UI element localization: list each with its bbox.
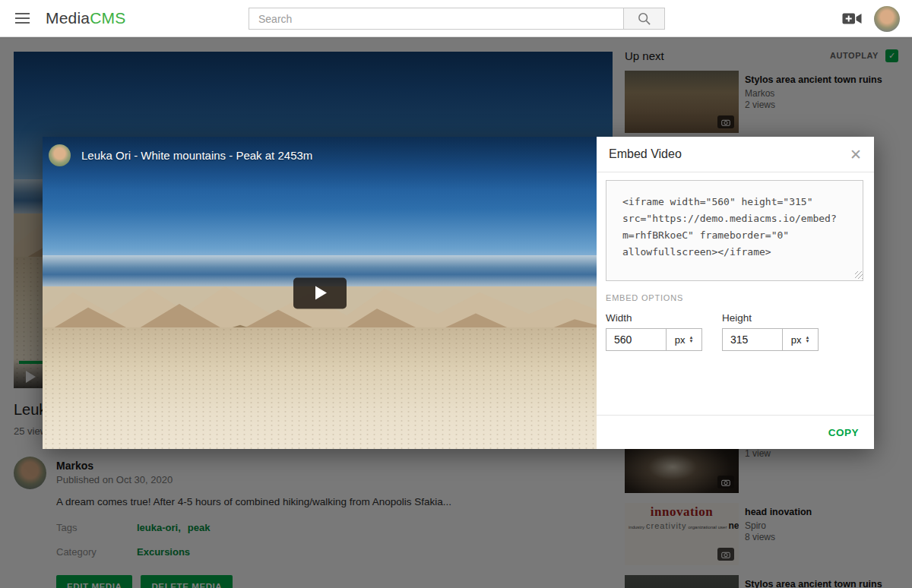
top-navbar: MediaCMS — [0, 0, 912, 37]
logo[interactable]: MediaCMS — [46, 9, 125, 27]
preview-titlebar: Leuka Ori - White mountains - Peak at 24… — [49, 144, 312, 166]
height-field-group: Height px ▲▼ — [722, 312, 819, 351]
search-bar — [249, 8, 665, 30]
height-unit-value: px — [791, 334, 802, 346]
add-media-button[interactable] — [842, 11, 862, 26]
width-label: Width — [606, 312, 702, 324]
modal-header: Embed Video ✕ — [597, 137, 874, 172]
play-button[interactable] — [293, 277, 347, 308]
navbar-actions — [842, 0, 900, 37]
height-label: Height — [722, 312, 819, 324]
up-down-arrows-icon: ▲▼ — [689, 336, 693, 343]
embed-preview-player[interactable]: Leuka Ori - White mountains - Peak at 24… — [43, 137, 597, 449]
logo-media-text: Media — [46, 9, 90, 27]
width-input[interactable] — [606, 328, 667, 351]
magnifier-icon — [637, 11, 651, 26]
height-unit-select[interactable]: px ▲▼ — [782, 328, 819, 351]
scree-foreground-graphic — [43, 327, 597, 449]
width-unit-value: px — [675, 334, 686, 346]
width-unit-select[interactable]: px ▲▼ — [666, 328, 702, 351]
video-camera-plus-icon — [842, 11, 862, 26]
user-avatar[interactable] — [874, 6, 900, 32]
play-triangle-icon — [315, 286, 327, 300]
resize-grip-icon[interactable] — [855, 271, 863, 279]
embed-options-label: EMBED OPTIONS — [606, 293, 863, 302]
search-input[interactable] — [249, 8, 624, 30]
up-down-arrows-icon: ▲▼ — [805, 336, 809, 343]
logo-cms-text: CMS — [90, 9, 125, 27]
modal-title: Embed Video — [609, 147, 682, 161]
page: { "colors": { "brand_green": "#3cb043", … — [0, 0, 912, 588]
copy-button[interactable]: COPY — [828, 427, 859, 438]
menu-icon[interactable] — [9, 5, 38, 31]
modal-footer: COPY — [597, 415, 874, 449]
embed-code-textarea[interactable]: <iframe width="560" height="315" src="ht… — [606, 180, 863, 281]
search-button[interactable] — [623, 8, 665, 30]
width-field-group: Width px ▲▼ — [606, 312, 702, 351]
height-input[interactable] — [722, 328, 783, 351]
close-icon[interactable]: ✕ — [850, 147, 862, 162]
embed-video-modal: Leuka Ori - White mountains - Peak at 24… — [43, 137, 874, 449]
preview-author-avatar[interactable] — [49, 144, 71, 166]
embed-options-panel: Embed Video ✕ <iframe width="560" height… — [597, 137, 874, 449]
preview-video-title[interactable]: Leuka Ori - White mountains - Peak at 24… — [81, 149, 312, 162]
